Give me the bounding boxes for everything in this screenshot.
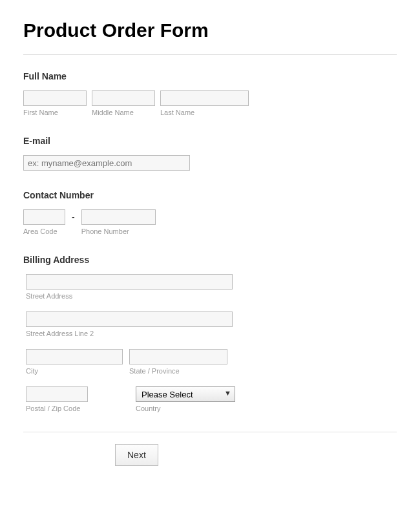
phone-dash: - xyxy=(72,212,75,222)
billing-label: Billing Address xyxy=(23,255,397,265)
postal-sublabel: Postal / Zip Code xyxy=(26,405,129,412)
page-title: Product Order Form xyxy=(23,19,397,41)
area-code-group: Area Code xyxy=(23,209,65,235)
state-input[interactable] xyxy=(129,349,227,364)
city-state-row: City State / Province xyxy=(26,349,397,375)
billing-indent: Street Address Street Address Line 2 Cit… xyxy=(26,274,397,412)
street-row: Street Address xyxy=(26,274,397,300)
street2-row: Street Address Line 2 xyxy=(26,311,397,337)
state-sublabel: State / Province xyxy=(129,367,227,375)
middle-name-sublabel: Middle Name xyxy=(92,109,155,116)
phone-sublabel: Phone Number xyxy=(81,227,156,235)
contact-row: Area Code - Phone Number xyxy=(23,209,397,235)
street-sublabel: Street Address xyxy=(26,292,233,300)
postal-country-row: Postal / Zip Code Please Select ▼ Countr… xyxy=(26,386,397,412)
first-name-sublabel: First Name xyxy=(23,109,87,116)
street-group: Street Address xyxy=(26,274,233,300)
postal-input[interactable] xyxy=(26,386,88,402)
last-name-group: Last Name xyxy=(160,90,249,116)
street2-group: Street Address Line 2 xyxy=(26,311,233,337)
email-label: E-mail xyxy=(23,136,397,146)
full-name-section: Full Name First Name Middle Name Last Na… xyxy=(23,71,397,116)
full-name-label: Full Name xyxy=(23,71,397,81)
phone-group: Phone Number xyxy=(81,209,156,235)
phone-number-input[interactable] xyxy=(81,209,156,225)
country-select-wrap: Please Select ▼ xyxy=(136,386,235,402)
street2-sublabel: Street Address Line 2 xyxy=(26,330,233,337)
area-code-input[interactable] xyxy=(23,209,65,225)
email-input[interactable] xyxy=(23,155,190,171)
street2-input[interactable] xyxy=(26,311,233,327)
state-group: State / Province xyxy=(129,349,227,375)
first-name-input[interactable] xyxy=(23,90,87,106)
email-section: E-mail xyxy=(23,136,397,171)
middle-name-group: Middle Name xyxy=(92,90,155,116)
billing-section: Billing Address Street Address Street Ad… xyxy=(23,255,397,412)
street-input[interactable] xyxy=(26,274,233,290)
city-sublabel: City xyxy=(26,367,123,375)
middle-name-input[interactable] xyxy=(92,90,155,106)
city-input[interactable] xyxy=(26,349,123,364)
first-name-group: First Name xyxy=(23,90,87,116)
contact-section: Contact Number Area Code - Phone Number xyxy=(23,190,397,235)
country-group: Please Select ▼ Country xyxy=(136,386,235,412)
country-select[interactable]: Please Select xyxy=(136,386,235,402)
top-divider xyxy=(23,54,397,55)
full-name-row: First Name Middle Name Last Name xyxy=(23,90,397,116)
next-button[interactable]: Next xyxy=(115,444,158,466)
city-group: City xyxy=(26,349,123,375)
contact-label: Contact Number xyxy=(23,190,397,200)
area-code-sublabel: Area Code xyxy=(23,227,65,235)
last-name-input[interactable] xyxy=(160,90,249,106)
postal-group: Postal / Zip Code xyxy=(26,386,129,412)
country-sublabel: Country xyxy=(136,405,235,412)
bottom-divider xyxy=(23,432,397,432)
last-name-sublabel: Last Name xyxy=(160,109,249,116)
